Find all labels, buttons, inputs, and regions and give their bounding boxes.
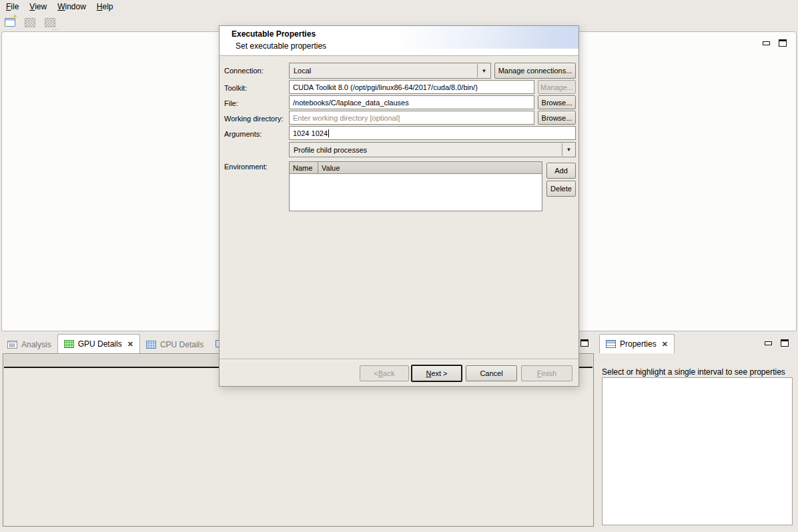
close-icon[interactable]: ✕ <box>662 340 668 349</box>
menu-window[interactable]: Window <box>55 1 95 13</box>
disabled-toolbar-overflow-button: ... <box>43 17 57 29</box>
connection-value: Local <box>290 63 477 78</box>
menu-file[interactable]: File <box>4 1 27 13</box>
environment-table[interactable]: Name Value <box>289 161 542 211</box>
browse-file-button[interactable]: Browse... <box>538 95 576 109</box>
menu-view[interactable]: View <box>27 1 55 13</box>
text-cursor <box>328 129 329 137</box>
close-icon[interactable]: ✕ <box>127 340 133 349</box>
environment-column-value[interactable]: Value <box>318 162 542 173</box>
menu-bar: File View Window Help <box>0 0 798 13</box>
tab-properties-label: Properties <box>620 339 657 349</box>
file-label: File: <box>224 99 238 107</box>
executable-properties-dialog: Executable Properties Set executable pro… <box>219 25 579 387</box>
add-environment-button[interactable]: Add <box>546 163 576 179</box>
header-gradient <box>398 26 578 49</box>
menu-help[interactable]: Help <box>95 1 122 13</box>
new-session-button[interactable] <box>3 17 17 29</box>
connection-label: Connection: <box>224 67 264 75</box>
profile-child-processes-select[interactable]: Profile child processes ▼ <box>289 142 576 157</box>
tab-gpu-details-label: GPU Details <box>78 339 122 349</box>
back-button: < Back <box>360 365 409 381</box>
environment-column-name[interactable]: Name <box>290 162 318 173</box>
file-field[interactable]: /notebooks/C/laplace_data_clauses <box>289 95 534 109</box>
manage-connections-button[interactable]: Manage connections... <box>494 63 576 79</box>
delete-environment-button[interactable]: Delete <box>546 181 576 197</box>
toolkit-label: Toolkit: <box>224 84 247 92</box>
dialog-subtitle: Set executable properties <box>236 41 326 51</box>
tab-analysis[interactable]: Analysis <box>1 335 57 353</box>
arguments-field[interactable]: 1024 1024 <box>289 126 576 140</box>
app-window: File View Window Help ... Analysis GPU D… <box>0 0 798 532</box>
toolkit-field[interactable]: CUDA Toolkit 8.0 (/opt/pgi/linux86-64/20… <box>289 80 534 94</box>
next-button[interactable]: Next > <box>411 365 462 382</box>
arguments-value: 1024 1024 <box>293 129 328 137</box>
tab-gpu-details[interactable]: GPU Details ✕ <box>57 334 140 353</box>
dialog-header: Executable Properties Set executable pro… <box>220 26 578 56</box>
cancel-button[interactable]: Cancel <box>466 365 517 381</box>
chevron-down-icon: ▼ <box>562 143 575 157</box>
tab-cpu-details[interactable]: CPU Details <box>140 335 210 353</box>
environment-table-header: Name Value <box>290 162 542 174</box>
properties-panel: Properties ✕ Select or highlight a singl… <box>599 333 797 528</box>
cpu-grid-icon <box>146 341 156 349</box>
browse-working-directory-button[interactable]: Browse... <box>538 111 576 125</box>
connection-select[interactable]: Local ▼ <box>289 63 491 79</box>
arguments-label: Arguments: <box>224 130 262 138</box>
maximize-icon[interactable] <box>580 339 588 347</box>
minimize-icon[interactable] <box>762 39 771 47</box>
profile-child-processes-value: Profile child processes <box>290 143 562 157</box>
finish-button: Finish <box>521 365 572 381</box>
dialog-title: Executable Properties <box>232 29 316 39</box>
tab-cpu-details-label: CPU Details <box>160 340 204 349</box>
tab-analysis-label: Analysis <box>21 340 51 349</box>
analysis-icon <box>7 341 17 349</box>
chevron-down-icon: ▼ <box>478 63 490 78</box>
disabled-toolbar-button <box>23 17 37 29</box>
minimize-icon[interactable] <box>764 339 773 347</box>
working-directory-label: Working directory: <box>224 115 283 123</box>
footer-separator <box>220 359 578 360</box>
environment-label: Environment: <box>224 163 268 171</box>
manage-toolkit-button: Manage... <box>538 80 576 94</box>
maximize-icon[interactable] <box>781 339 789 347</box>
properties-empty-box <box>602 377 793 525</box>
tab-properties[interactable]: Properties ✕ <box>599 334 675 353</box>
properties-message: Select or highlight a single interval to… <box>602 367 795 377</box>
working-directory-field[interactable]: Enter working directory [optional] <box>289 111 534 125</box>
gpu-grid-icon <box>64 340 74 348</box>
properties-table-icon <box>606 340 616 348</box>
overflow-dots: ... <box>52 25 59 31</box>
disabled-icon <box>25 18 35 27</box>
maximize-icon[interactable] <box>779 39 787 47</box>
new-session-icon <box>5 18 15 27</box>
